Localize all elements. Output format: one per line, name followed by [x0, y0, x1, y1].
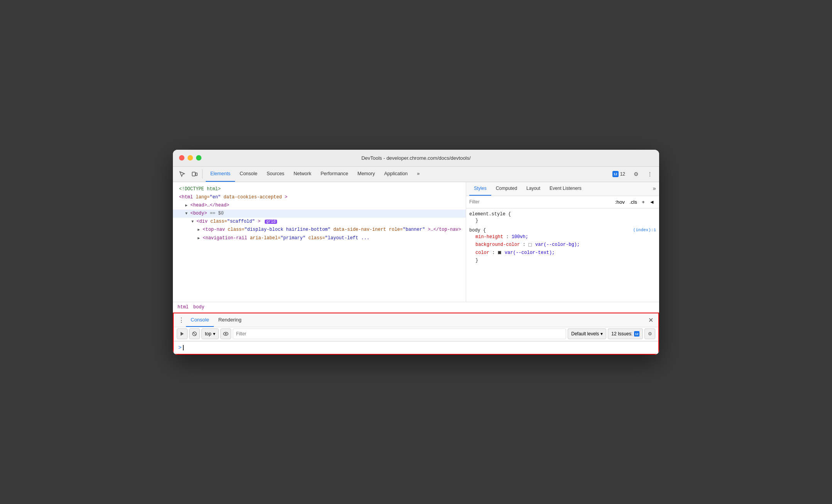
context-selector[interactable]: top ▾ — [201, 328, 219, 339]
toolbar-right: 12 12 ⚙ ⋮ — [609, 168, 656, 180]
styles-filter-buttons: :hov .cls + ◄ — [614, 198, 656, 206]
styles-tabs: Styles Computed Layout Event Listeners » — [466, 182, 659, 196]
body-style-rule: body { (index):1 min-height : 100vh; bac… — [469, 228, 656, 265]
console-section: ⋮ Console Rendering ✕ — [173, 313, 659, 355]
svg-line-4 — [193, 332, 196, 335]
bg-color-swatch[interactable] — [528, 243, 532, 247]
console-prompt: > — [178, 345, 654, 351]
color-prop[interactable]: color : var(--color-text); — [469, 249, 656, 257]
cls-button[interactable]: .cls — [628, 198, 639, 206]
console-header: ⋮ Console Rendering ✕ — [174, 313, 658, 327]
console-tabs: Console Rendering — [186, 313, 246, 327]
tab-sources[interactable]: Sources — [262, 166, 289, 182]
dom-line-head[interactable]: ▶ <head>…</head> — [173, 201, 466, 210]
settings-icon[interactable]: ⚙ — [630, 168, 642, 180]
breadcrumb-bar: html body — [173, 302, 659, 313]
breadcrumb-body[interactable]: body — [192, 304, 206, 311]
devtools-container: Elements Console Sources Network Perform… — [173, 167, 659, 355]
dom-line-div-scaffold[interactable]: ▼ <div class="scaffold" > grid — [173, 218, 466, 226]
main-content: <!DOCTYPE html> <html lang="en" data-coo… — [173, 182, 659, 302]
console-filter-input[interactable] — [233, 328, 567, 339]
dom-line-doctype[interactable]: <!DOCTYPE html> — [173, 185, 466, 193]
tab-styles[interactable]: Styles — [469, 182, 491, 196]
element-style-selector[interactable]: element.style { — [469, 211, 656, 217]
min-height-prop[interactable]: min-height : 100vh; — [469, 233, 656, 241]
styles-panel: Styles Computed Layout Event Listeners » — [466, 182, 659, 302]
console-chevron-icon: > — [178, 345, 181, 351]
bg-color-prop[interactable]: background-color : var(--color-bg); — [469, 241, 656, 249]
tab-application[interactable]: Application — [379, 166, 412, 182]
console-close-button[interactable]: ✕ — [646, 315, 655, 325]
tab-performance[interactable]: Performance — [316, 166, 353, 182]
issues-badge-btn[interactable]: 12 12 — [609, 169, 628, 179]
inspect-element-icon[interactable] — [176, 168, 188, 180]
devtools-window: DevTools - developer.chrome.com/docs/dev… — [173, 150, 659, 355]
console-body[interactable]: > — [174, 341, 658, 354]
issues-count-button[interactable]: 12 Issues: 12 — [608, 328, 643, 339]
svg-marker-2 — [181, 332, 184, 336]
clear-console-button[interactable] — [189, 328, 200, 339]
console-cursor — [183, 345, 184, 350]
svg-rect-1 — [196, 173, 197, 176]
dom-line-body[interactable]: ▼ <body> == $0 — [173, 210, 466, 218]
svg-rect-0 — [192, 172, 195, 176]
tab-rendering[interactable]: Rendering — [214, 313, 246, 327]
default-levels-button[interactable]: Default levels ▾ — [568, 328, 606, 339]
hov-button[interactable]: :hov — [614, 198, 626, 206]
tab-layout[interactable]: Layout — [522, 182, 545, 196]
tab-memory[interactable]: Memory — [353, 166, 379, 182]
breadcrumb-html[interactable]: html — [176, 304, 190, 311]
window-title: DevTools - developer.chrome.com/docs/dev… — [361, 155, 470, 161]
color-swatch[interactable] — [498, 251, 501, 254]
execute-context-button[interactable] — [177, 328, 188, 339]
tab-more[interactable]: » — [413, 166, 424, 182]
tab-event-listeners[interactable]: Event Listeners — [545, 182, 586, 196]
body-selector-line[interactable]: body { (index):1 — [469, 228, 656, 233]
element-style-closing: } — [469, 217, 656, 225]
svg-point-6 — [225, 333, 227, 335]
console-menu-icon[interactable]: ⋮ — [177, 315, 186, 325]
maximize-button[interactable] — [196, 155, 201, 161]
titlebar: DevTools - developer.chrome.com/docs/dev… — [173, 150, 659, 167]
styles-tabs-more[interactable]: » — [653, 186, 656, 192]
dom-line-topnav[interactable]: ▶ <top-nav class="display-block hairline… — [173, 226, 466, 234]
tab-console-drawer[interactable]: Console — [186, 313, 214, 327]
elements-panel: <!DOCTYPE html> <html lang="en" data-coo… — [173, 182, 466, 302]
element-style-rule: element.style { } — [469, 211, 656, 225]
close-button[interactable] — [179, 155, 184, 161]
issues-icon: 12 — [612, 171, 619, 177]
traffic-lights — [179, 155, 201, 161]
main-tabs: Elements Console Sources Network Perform… — [206, 167, 424, 182]
console-toolbar: top ▾ Default levels ▾ 12 Issues: — [174, 327, 658, 341]
tab-elements[interactable]: Elements — [206, 166, 235, 182]
styles-content: element.style { } body { (index):1 — [466, 208, 659, 302]
tab-network[interactable]: Network — [289, 166, 316, 182]
device-toolbar-icon[interactable] — [188, 168, 201, 180]
issues-count-icon: 12 — [634, 331, 639, 337]
eye-button[interactable] — [220, 328, 231, 339]
console-settings-button[interactable]: ⚙ — [644, 328, 655, 339]
tab-computed[interactable]: Computed — [491, 182, 522, 196]
body-closing: } — [469, 257, 656, 264]
toolbar-separator — [202, 169, 203, 179]
styles-filter-bar: :hov .cls + ◄ — [466, 196, 659, 208]
minimize-button[interactable] — [188, 155, 193, 161]
dom-line-navrail[interactable]: ▶ <navigation-rail aria-label="primary" … — [173, 234, 466, 242]
more-options-icon[interactable]: ⋮ — [644, 168, 656, 180]
style-arrow-button[interactable]: ◄ — [648, 198, 656, 206]
add-style-button[interactable]: + — [640, 198, 646, 206]
styles-filter-input[interactable] — [469, 199, 610, 205]
dom-line-html[interactable]: <html lang="en" data-cookies-accepted > — [173, 193, 466, 201]
tab-console[interactable]: Console — [235, 166, 262, 182]
main-toolbar: Elements Console Sources Network Perform… — [173, 167, 659, 182]
